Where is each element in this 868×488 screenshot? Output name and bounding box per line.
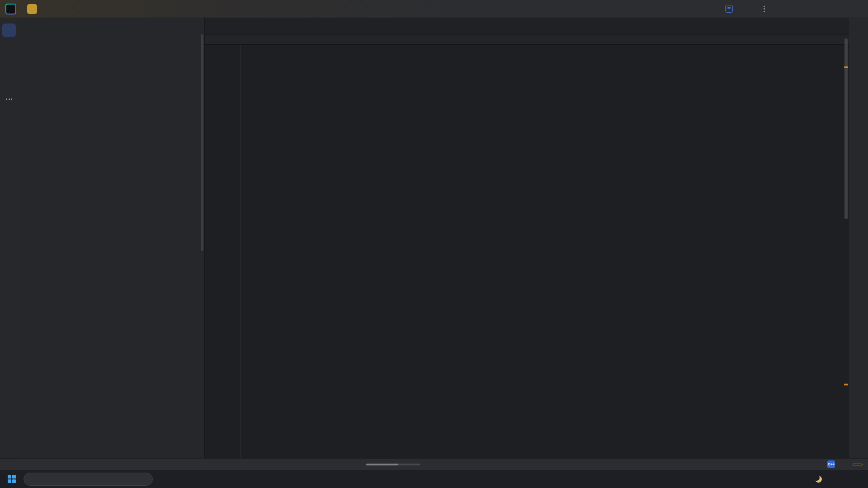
project-tree-scrollbar[interactable] [201,34,203,251]
scrollbar-warning-mark[interactable] [844,384,848,385]
notifications-button[interactable] [852,23,865,37]
titlebar [0,0,868,18]
window-minimize-button[interactable] [811,2,825,16]
terminal-tool-button[interactable] [2,405,16,418]
git-tool-button[interactable] [2,439,16,453]
run-config-widget[interactable]: C++ [827,460,838,468]
run-config-selector[interactable] [725,5,738,13]
editor-scrollbar[interactable] [844,38,848,219]
project-selector[interactable] [27,4,43,14]
pull-requests-tool-button[interactable] [2,58,16,71]
scrollbar-warning-mark[interactable] [844,66,848,68]
license-badge[interactable] [853,464,863,465]
project-panel [18,18,205,458]
right-tool-stripe [849,18,868,458]
window-close-button[interactable] [851,2,864,16]
weather-widget[interactable] [815,476,826,483]
cpp-badge-icon: C++ [827,460,835,468]
project-tool-button[interactable] [2,23,16,37]
code-editor[interactable] [205,35,849,458]
database-tool-button[interactable] [852,58,865,71]
more-tool-windows-button[interactable] [2,92,16,106]
start-button[interactable] [3,470,21,488]
services-tool-button[interactable] [2,422,16,436]
editor-area [205,18,849,458]
left-tool-stripe [0,18,18,458]
clion-logo-icon [5,4,16,14]
more-actions-button[interactable] [764,6,765,12]
problems-tool-button[interactable] [2,371,16,384]
gutter-separator [240,35,241,458]
windows-taskbar [0,470,868,488]
status-bar: C++ [0,458,868,470]
system-tray [815,476,865,483]
ai-assistant-button[interactable] [852,41,865,54]
moon-icon [815,476,822,483]
window-maximize-button[interactable] [831,2,844,16]
project-tree [18,37,204,458]
indexing-progress-bar [366,464,420,465]
commit-tool-button[interactable] [2,41,16,54]
project-badge [27,4,37,14]
sticky-header-line [205,35,849,45]
structure-tool-button[interactable] [2,75,16,89]
clion-ide-window: C++ [0,0,868,488]
taskbar-search[interactable] [24,473,153,486]
run-tool-button[interactable] [2,388,16,401]
editor-tab-bar [205,18,849,35]
